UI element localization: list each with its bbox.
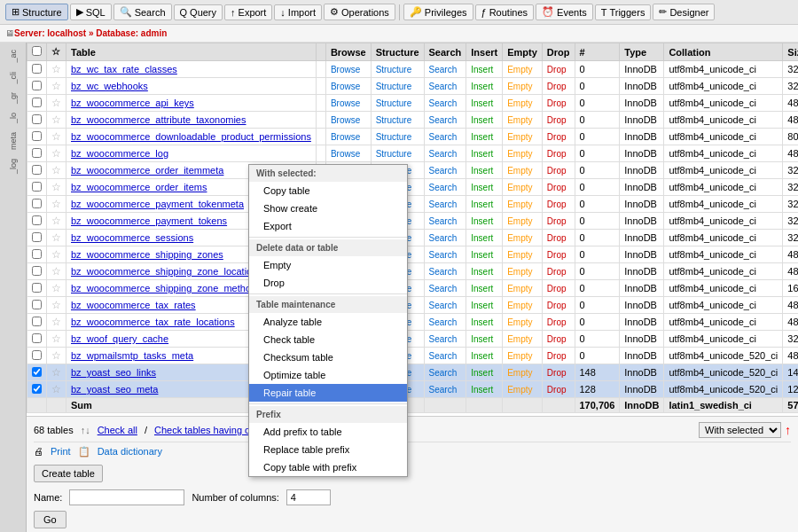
sidebar-item-gr[interactable]: _gr (7, 89, 20, 107)
star-icon[interactable]: ☆ (51, 316, 61, 328)
insert-link[interactable]: Insert (471, 98, 493, 108)
search-link[interactable]: Search (429, 115, 458, 125)
table-name-link[interactable]: bz_woocommerce_shipping_zones (71, 249, 223, 260)
search-link[interactable]: Search (429, 334, 458, 344)
empty-link[interactable]: Empty (507, 317, 532, 327)
row-checkbox[interactable] (32, 283, 42, 293)
with-selected-dropdown[interactable]: With selected (699, 422, 781, 438)
insert-link[interactable]: Insert (471, 183, 493, 192)
insert-link[interactable]: Insert (471, 149, 493, 159)
empty-link[interactable]: Empty (507, 233, 532, 243)
table-name-link[interactable]: bz_woocommerce_shipping_zone_locations (71, 266, 262, 277)
row-checkbox[interactable] (32, 81, 42, 90)
search-link[interactable]: Search (429, 200, 458, 209)
drop-link[interactable]: Drop (547, 233, 567, 243)
search-link[interactable]: Search (429, 65, 458, 74)
sidebar-item-log[interactable]: _log (7, 155, 20, 177)
empty-link[interactable]: Empty (507, 284, 532, 293)
search-link[interactable]: Search (429, 233, 458, 243)
create-table-button[interactable]: Create table (34, 465, 103, 482)
table-name-link[interactable]: bz_yoast_seo_links (71, 367, 156, 378)
ctx-check[interactable]: Check table (249, 331, 407, 348)
search-link[interactable]: Search (429, 132, 458, 142)
ctx-repair[interactable]: Repair table (249, 384, 407, 402)
insert-link[interactable]: Insert (471, 115, 493, 125)
table-name-link[interactable]: bz_woocommerce_downloadable_product_perm… (71, 131, 311, 142)
row-checkbox[interactable] (32, 249, 42, 259)
ctx-replace-prefix[interactable]: Replace table prefix (249, 441, 407, 458)
empty-link[interactable]: Empty (507, 216, 532, 226)
row-checkbox[interactable] (32, 98, 42, 107)
star-icon[interactable]: ☆ (51, 97, 61, 109)
table-name-link[interactable]: bz_woocommerce_shipping_zone_methods (71, 283, 262, 293)
row-checkbox[interactable] (32, 131, 42, 141)
star-icon[interactable]: ☆ (51, 383, 61, 395)
star-icon[interactable]: ☆ (51, 164, 61, 176)
drop-link[interactable]: Drop (547, 267, 567, 277)
drop-link[interactable]: Drop (547, 200, 567, 209)
data-dict-link[interactable]: Data dictionary (98, 446, 162, 458)
star-icon[interactable]: ☆ (51, 147, 61, 160)
empty-link[interactable]: Empty (507, 149, 532, 159)
row-checkbox[interactable] (32, 199, 42, 208)
search-link[interactable]: Search (429, 98, 458, 108)
table-name-link[interactable]: bz_wc_tax_rate_classes (71, 64, 177, 74)
table-name-link[interactable]: bz_woocommerce_sessions (71, 232, 193, 243)
drop-link[interactable]: Drop (547, 334, 567, 344)
privileges-tab[interactable]: 🔑 Privileges (403, 4, 473, 20)
insert-link[interactable]: Insert (471, 284, 493, 293)
browse-link[interactable]: Browse (331, 65, 360, 74)
empty-link[interactable]: Empty (507, 368, 532, 378)
star-icon[interactable]: ☆ (51, 299, 61, 311)
sidebar-item-lo[interactable]: _lo (7, 109, 20, 127)
drop-link[interactable]: Drop (547, 98, 567, 108)
row-checkbox[interactable] (32, 384, 42, 394)
drop-link[interactable]: Drop (547, 183, 567, 192)
table-name-link[interactable]: bz_wc_webhooks (71, 81, 148, 91)
table-name-link[interactable]: bz_woocommerce_tax_rate_locations (71, 317, 235, 327)
row-checkbox[interactable] (32, 317, 42, 326)
designer-tab[interactable]: ✏ Designer (653, 4, 715, 20)
search-link[interactable]: Search (429, 385, 458, 395)
ctx-export[interactable]: Export (249, 217, 407, 235)
empty-link[interactable]: Empty (507, 301, 532, 310)
table-name-link[interactable]: bz_woof_query_cache (71, 333, 168, 344)
drop-link[interactable]: Drop (547, 82, 567, 91)
go-button[interactable]: Go (34, 511, 66, 528)
insert-link[interactable]: Insert (471, 166, 493, 176)
print-link[interactable]: Print (51, 446, 71, 458)
search-link[interactable]: Search (429, 149, 458, 159)
drop-link[interactable]: Drop (547, 149, 567, 159)
insert-link[interactable]: Insert (471, 368, 493, 378)
row-checkbox[interactable] (32, 266, 42, 276)
search-link[interactable]: Search (429, 250, 458, 260)
search-link[interactable]: Search (429, 183, 458, 192)
export-tab[interactable]: ↑ Export (224, 4, 272, 20)
browse-link[interactable]: Browse (331, 115, 360, 125)
table-name-link[interactable]: bz_woocommerce_api_keys (71, 98, 194, 108)
ctx-copy-table[interactable]: Copy table (249, 182, 407, 200)
structure-tab[interactable]: ⊞ Structure (5, 4, 68, 20)
insert-link[interactable]: Insert (471, 82, 493, 91)
empty-link[interactable]: Empty (507, 250, 532, 260)
star-icon[interactable]: ☆ (51, 130, 61, 143)
star-icon[interactable]: ☆ (51, 181, 61, 193)
empty-link[interactable]: Empty (507, 385, 532, 395)
star-icon[interactable]: ☆ (51, 63, 61, 75)
drop-link[interactable]: Drop (547, 166, 567, 176)
search-link[interactable]: Search (429, 166, 458, 176)
table-name-link[interactable]: bz_woocommerce_payment_tokens (71, 215, 227, 226)
browse-link[interactable]: Browse (331, 132, 360, 142)
insert-link[interactable]: Insert (471, 200, 493, 209)
star-icon[interactable]: ☆ (51, 265, 61, 278)
empty-link[interactable]: Empty (507, 98, 532, 108)
search-link[interactable]: Search (429, 368, 458, 378)
row-checkbox[interactable] (32, 215, 42, 225)
structure-link[interactable]: Structure (376, 65, 412, 74)
table-name-link[interactable]: bz_wpmailsmtp_tasks_meta (71, 350, 193, 361)
structure-link[interactable]: Structure (376, 115, 412, 125)
browse-link[interactable]: Browse (331, 149, 360, 159)
row-checkbox[interactable] (32, 64, 42, 74)
structure-link[interactable]: Structure (376, 82, 412, 91)
drop-link[interactable]: Drop (547, 351, 567, 361)
